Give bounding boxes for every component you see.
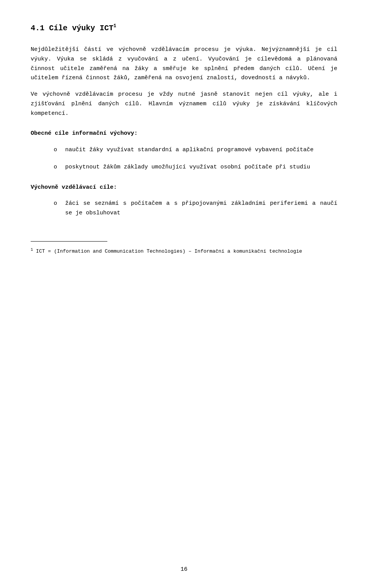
list-text-2: poskytnout žákům základy umožňující využ… — [65, 163, 337, 172]
page-number: 16 — [181, 566, 187, 573]
list-text-3: žáci se seznámí s počítačem a s připojov… — [65, 199, 337, 218]
footnote-divider — [31, 241, 107, 242]
list-item: o žáci se seznámí s počítačem a s připoj… — [54, 199, 337, 218]
footnote-superscript: 1 — [31, 248, 33, 252]
list-bullet-1: o — [54, 145, 65, 155]
list-item: o naučit žáky využívat standardní a apli… — [54, 145, 337, 155]
heading-superscript: 1 — [113, 23, 116, 29]
obecne-heading: Obecné cíle informační výchovy: — [31, 129, 337, 139]
list-bullet-3: o — [54, 199, 65, 209]
footnote-text: ICT = (Information and Communication Tec… — [36, 248, 302, 254]
paragraph-2: Ve výchovně vzdělávacím procesu je vždy … — [31, 90, 337, 118]
section-heading: 4.1 Cíle výuky ICT1 — [31, 23, 337, 34]
vychovne-heading: Výchovně vzdělávací cíle: — [31, 183, 337, 193]
vychovne-list: o žáci se seznámí s počítačem a s připoj… — [54, 199, 337, 218]
list-text-1: naučit žáky využívat standardní a aplika… — [65, 145, 337, 155]
list-item: o poskytnout žákům základy umožňující vy… — [54, 163, 337, 172]
page: 4.1 Cíle výuky ICT1 Nejdůležitější částí… — [0, 0, 368, 588]
paragraph-1: Nejdůležitější částí ve výchovně vzděláv… — [31, 45, 337, 83]
footnote: 1 ICT = (Information and Communication T… — [31, 247, 337, 255]
obecne-list: o naučit žáky využívat standardní a apli… — [54, 145, 337, 172]
heading-text: 4.1 Cíle výuky ICT — [31, 24, 113, 33]
list-bullet-2: o — [54, 163, 65, 172]
